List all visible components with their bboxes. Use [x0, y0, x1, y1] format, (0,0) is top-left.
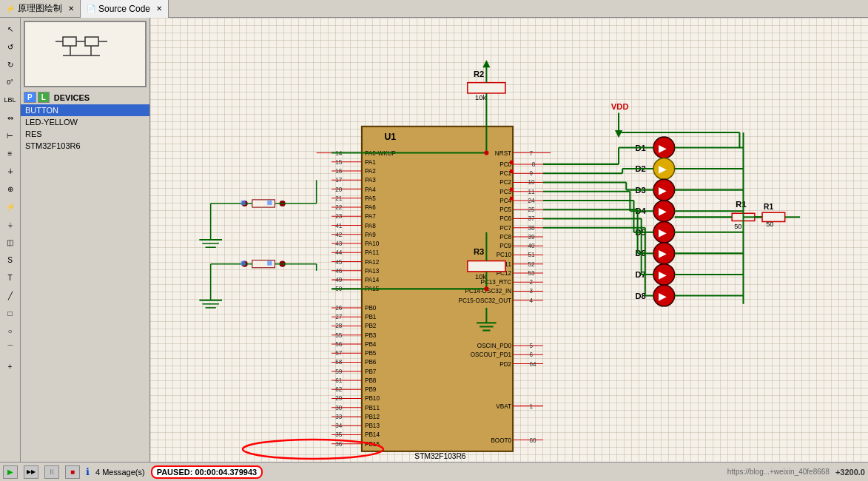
svg-text:PB7: PB7 — [365, 369, 377, 375]
line-tool[interactable]: ╱ — [2, 287, 18, 303]
arc-tool[interactable]: ⌒ — [2, 340, 18, 357]
wire-tool[interactable]: ⊢ — [2, 127, 18, 144]
panel-toolbar: P L DEVICES — [21, 90, 149, 104]
undo-tool[interactable]: ↺ — [2, 38, 18, 55]
svg-text:PA10: PA10 — [365, 240, 380, 247]
svg-text:56: 56 — [335, 341, 343, 348]
svg-text:58: 58 — [335, 359, 343, 366]
canvas-area[interactable]: STM32F103R6 VDDA=VDD U1 — [150, 18, 868, 462]
device-stm32[interactable]: STM32F103R6 — [21, 140, 149, 152]
svg-text:PA7: PA7 — [365, 213, 376, 220]
svg-text:▶: ▶ — [659, 226, 667, 238]
l-button[interactable]: L — [38, 92, 50, 103]
svg-text:PC15-OSC32_OUT: PC15-OSC32_OUT — [458, 297, 511, 304]
pin-tool[interactable]: ∔ — [2, 163, 18, 179]
svg-text:PB11: PB11 — [365, 405, 380, 411]
power-tool[interactable]: ⚡ — [2, 198, 18, 215]
device-res[interactable]: RES — [21, 128, 149, 140]
svg-text:PA13: PA13 — [365, 268, 380, 275]
tab-source[interactable]: 📄 Source Code ✕ — [81, 0, 169, 18]
svg-rect-0 — [63, 37, 76, 46]
svg-text:52: 52 — [528, 261, 536, 268]
svg-text:PC2: PC2 — [499, 179, 511, 186]
net-tool[interactable]: ⊕ — [2, 181, 18, 197]
play-button[interactable]: ▶ — [3, 465, 18, 479]
component-tool[interactable]: ◫ — [2, 234, 18, 250]
component-preview — [24, 21, 147, 87]
text-tool[interactable]: T — [2, 269, 18, 286]
circle-tool[interactable]: ○ — [2, 323, 18, 339]
svg-point-289 — [484, 286, 488, 291]
stop-button[interactable]: ■ — [65, 465, 80, 479]
probe-tool[interactable]: S — [2, 252, 18, 268]
svg-text:8: 8 — [532, 161, 536, 168]
blog-url: https://blog...+weixin_40fe8668 — [727, 468, 830, 477]
svg-rect-292 — [510, 188, 514, 192]
svg-text:PA8: PA8 — [365, 223, 376, 229]
svg-text:▶: ▶ — [659, 184, 667, 196]
svg-text:PA9: PA9 — [365, 232, 376, 238]
svg-text:PA12: PA12 — [365, 259, 380, 266]
device-led-yellow[interactable]: LED-YELLOW — [21, 116, 149, 128]
box-tool[interactable]: □ — [2, 305, 18, 321]
svg-rect-276 — [267, 261, 272, 266]
svg-text:30: 30 — [335, 405, 343, 411]
svg-text:37: 37 — [528, 215, 536, 222]
svg-text:D8: D8 — [636, 292, 646, 300]
ground-tool[interactable]: ⏚ — [2, 216, 18, 232]
circuit-diagram: STM32F103R6 VDDA=VDD U1 — [150, 18, 868, 462]
svg-text:PB9: PB9 — [365, 386, 377, 393]
svg-text:PB6: PB6 — [365, 359, 377, 366]
svg-text:PB1: PB1 — [365, 314, 377, 320]
p-button[interactable]: P — [24, 92, 36, 103]
play-fast-button[interactable]: ▶▶ — [24, 465, 38, 479]
svg-text:PB3: PB3 — [365, 332, 377, 339]
svg-text:PB5: PB5 — [365, 350, 377, 357]
redo-tool[interactable]: ↻ — [2, 56, 18, 73]
bus-tool[interactable]: ≡ — [2, 145, 18, 161]
label-tool[interactable]: LBL — [2, 92, 18, 108]
svg-text:PC8: PC8 — [499, 234, 511, 240]
svg-text:NRST: NRST — [495, 150, 511, 157]
tab-schematic-close[interactable]: ✕ — [68, 4, 74, 13]
svg-text:3: 3 — [530, 288, 534, 295]
svg-text:PB2: PB2 — [365, 323, 377, 329]
svg-marker-177 — [615, 130, 622, 138]
pause-button[interactable]: ⏸ — [44, 465, 59, 479]
device-list[interactable]: BUTTON LED-YELLOW RES STM32F103R6 — [21, 104, 149, 462]
message-count: 4 Message(s) — [95, 468, 145, 477]
svg-text:11: 11 — [528, 189, 536, 195]
svg-text:26: 26 — [335, 305, 343, 312]
svg-rect-290 — [510, 161, 514, 164]
svg-text:R3: R3 — [474, 247, 484, 256]
svg-text:27: 27 — [335, 314, 343, 320]
device-button[interactable]: BUTTON — [21, 104, 149, 116]
svg-text:R1: R1 — [764, 203, 773, 211]
tab-schematic[interactable]: ⚡ 原理图绘制 ✕ — [0, 0, 81, 18]
add-tool[interactable]: + — [2, 358, 18, 374]
svg-text:28: 28 — [335, 323, 343, 329]
tab-source-close[interactable]: ✕ — [156, 4, 162, 13]
schematic-icon: ⚡ — [6, 4, 15, 13]
svg-text:PB8: PB8 — [365, 377, 377, 384]
svg-rect-254 — [468, 261, 505, 272]
source-icon: 📄 — [87, 4, 95, 13]
angle-tool[interactable]: 0° — [2, 74, 18, 90]
svg-text:PC10: PC10 — [497, 252, 512, 258]
svg-text:10: 10 — [528, 179, 536, 186]
svg-text:1: 1 — [530, 403, 534, 410]
svg-text:▶: ▶ — [659, 247, 667, 259]
tab-bar: ⚡ 原理图绘制 ✕ 📄 Source Code ✕ — [0, 0, 868, 18]
svg-text:16: 16 — [335, 168, 343, 175]
svg-text:▶: ▶ — [659, 205, 667, 217]
svg-rect-269 — [267, 201, 272, 205]
svg-text:PA11: PA11 — [365, 249, 380, 256]
pointer-tool[interactable]: ↖ — [2, 21, 18, 37]
svg-text:BOOT0: BOOT0 — [491, 437, 511, 444]
svg-text:PD2: PD2 — [499, 361, 511, 368]
svg-rect-293 — [510, 197, 514, 201]
svg-text:PB10: PB10 — [365, 395, 380, 402]
svg-text:49: 49 — [335, 277, 343, 283]
move-tool[interactable]: ⇔ — [2, 110, 18, 126]
svg-point-294 — [243, 440, 383, 459]
